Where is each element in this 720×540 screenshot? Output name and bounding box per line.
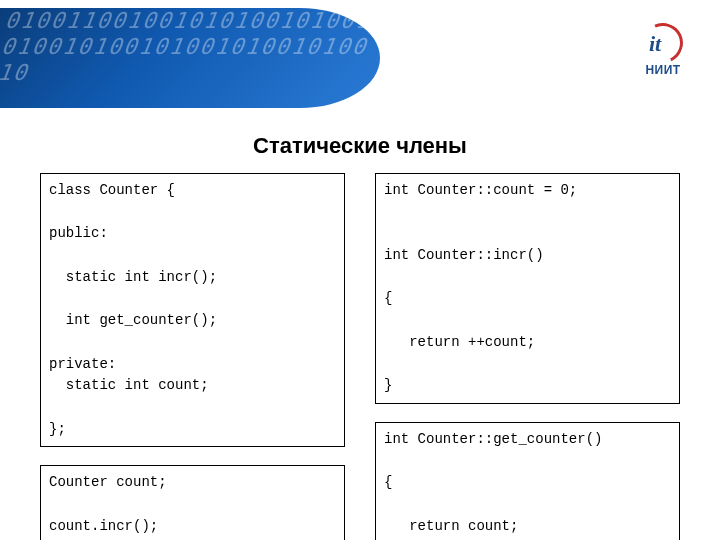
slide-title: Статические члены — [0, 133, 720, 159]
logo-label: НИИТ — [641, 63, 685, 77]
code-box-usage: Counter count; count.incr(); Counter::in… — [40, 465, 345, 540]
logo-abbr: it — [649, 31, 661, 57]
slide-header: it НИИТ — [0, 0, 720, 125]
code-box-incr-def: int Counter::count = 0; int Counter::inc… — [375, 173, 680, 404]
code-box-class-decl: class Counter { public: static int incr(… — [40, 173, 345, 447]
right-column: int Counter::count = 0; int Counter::inc… — [375, 173, 680, 540]
logo-icon: it — [641, 25, 685, 61]
niit-logo: it НИИТ — [641, 25, 685, 77]
code-content: class Counter { public: static int incr(… — [0, 173, 720, 540]
code-box-getcounter-def: int Counter::get_counter() { return coun… — [375, 422, 680, 540]
left-column: class Counter { public: static int incr(… — [40, 173, 345, 540]
